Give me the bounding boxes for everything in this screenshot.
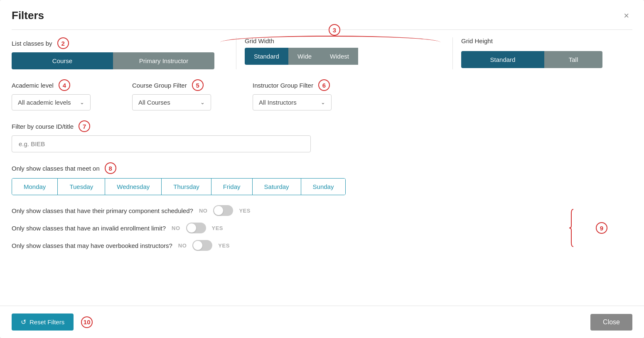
academic-level-label: Academic level 4 — [12, 79, 91, 91]
academic-level-text: Academic level — [12, 82, 54, 89]
academic-level-value: All academic levels — [18, 99, 71, 106]
annotation-10: 10 — [81, 316, 93, 328]
toggle-enrollment-slider — [186, 223, 206, 233]
grid-width-text: Grid Width — [245, 37, 274, 44]
toggle-primary-label: Only show classes that have their primar… — [12, 207, 193, 214]
row-days: Only show classes that meet on 8 Monday … — [12, 162, 632, 195]
course-group-filter-group: Course Group Filter 5 All Courses ⌄ — [132, 79, 211, 110]
grid-width-label: Grid Width — [245, 37, 431, 44]
course-group-label: Course Group Filter 5 — [132, 79, 211, 91]
toggle-overbooked-yes: YES — [218, 242, 230, 249]
list-classes-btn-group: Course Primary Instructor — [12, 52, 214, 69]
academic-level-group: Academic level 4 All academic levels ⌄ — [12, 79, 91, 110]
course-group-chevron: ⌄ — [200, 99, 205, 105]
days-label-text: Only show classes that meet on — [12, 165, 100, 172]
instructor-group-select[interactable]: All Instructors ⌄ — [253, 94, 332, 110]
list-classes-label: List classes by 2 — [12, 37, 214, 49]
wednesday-btn[interactable]: Wednesday — [105, 179, 162, 195]
modal-header: Filters × — [0, 0, 644, 22]
modal-body: List classes by 2 Course Primary Instruc… — [0, 22, 644, 306]
footer-left: ↺ Reset Filters 10 — [12, 314, 93, 331]
reset-filters-button[interactable]: ↺ Reset Filters — [12, 314, 74, 331]
reset-label: Reset Filters — [29, 318, 64, 326]
filters-modal: 3 Filters × List classes by 2 Course Pri… — [0, 0, 644, 338]
toggle-enrollment-switch[interactable] — [186, 223, 206, 233]
toggle-enrollment-label: Only show classes that have an invalid e… — [12, 225, 166, 232]
toggle-enrollment-yes: YES — [212, 225, 224, 231]
instructor-group-label: Instructor Group Filter 6 — [253, 79, 332, 91]
grid-width-standard-btn[interactable]: Standard — [245, 48, 288, 65]
grid-width-widest-btn[interactable]: Widest — [321, 48, 358, 65]
instructor-group-filter-group: Instructor Group Filter 6 All Instructor… — [253, 79, 332, 110]
toggle-overbooked: Only show classes that may have overbook… — [12, 240, 632, 251]
modal-footer: ↺ Reset Filters 10 Close — [0, 306, 644, 338]
modal-title: Filters — [12, 9, 44, 22]
course-id-input[interactable] — [12, 135, 311, 152]
grid-width-btn-group: Standard Wide Widest — [245, 48, 431, 65]
days-btn-group: Monday Tuesday Wednesday Thursday Friday… — [12, 178, 346, 195]
annotation-4: 4 — [59, 79, 70, 91]
annotation-7: 7 — [79, 120, 90, 132]
toggle-overbooked-slider — [192, 240, 212, 251]
reset-icon: ↺ — [21, 318, 26, 326]
toggle-enrollment-no: NO — [172, 225, 180, 231]
toggle-enrollment-limit: Only show classes that have an invalid e… — [12, 223, 632, 233]
annotation-6: 6 — [318, 79, 330, 91]
instructor-group-chevron: ⌄ — [321, 99, 325, 105]
close-icon-button[interactable]: × — [620, 10, 632, 22]
toggle-primary-no: NO — [199, 208, 208, 214]
list-classes-text: List classes by — [12, 40, 52, 47]
annotation-circle-3: 3 — [326, 24, 340, 36]
top-divider — [12, 29, 632, 30]
toggle-primary-switch[interactable] — [213, 205, 233, 216]
grid-height-text: Grid Height — [461, 37, 493, 44]
grid-height-section: Grid Height Standard Tall — [461, 37, 602, 69]
toggle-overbooked-switch[interactable] — [192, 240, 212, 251]
friday-btn[interactable]: Friday — [211, 179, 253, 195]
grid-height-btn-group: Standard Tall — [461, 51, 602, 68]
row-dropdowns: Academic level 4 All academic levels ⌄ C… — [12, 79, 632, 110]
monday-btn[interactable]: Monday — [12, 179, 58, 195]
list-classes-section: List classes by 2 Course Primary Instruc… — [12, 37, 228, 69]
grid-height-tall-btn[interactable]: Tall — [544, 51, 602, 68]
annotation-2: 2 — [57, 37, 69, 49]
grid-height-standard-btn[interactable]: Standard — [461, 51, 544, 68]
grid-width-section: Grid Width Standard Wide Widest — [245, 37, 444, 69]
thursday-btn[interactable]: Thursday — [162, 179, 211, 195]
academic-level-chevron: ⌄ — [80, 99, 84, 105]
course-btn[interactable]: Course — [12, 52, 113, 69]
course-id-label: Filter by course ID/title 7 — [12, 120, 632, 132]
toggle-overbooked-label: Only show classes that may have overbook… — [12, 242, 172, 249]
toggle-primary-slider — [213, 205, 233, 216]
academic-level-select[interactable]: All academic levels ⌄ — [12, 94, 91, 110]
divider-2 — [452, 37, 453, 69]
annotation-8: 8 — [105, 162, 116, 174]
annotation-5: 5 — [192, 79, 204, 91]
instructor-group-value: All Instructors — [259, 99, 297, 106]
divider-1 — [236, 37, 236, 69]
toggle-primary-component: Only show classes that have their primar… — [12, 205, 632, 216]
course-group-text: Course Group Filter — [132, 82, 187, 89]
toggle-primary-yes: YES — [239, 208, 251, 214]
row-toggles: Only show classes that have their primar… — [12, 205, 632, 251]
row-search: Filter by course ID/title 7 — [12, 120, 632, 152]
close-footer-button[interactable]: Close — [590, 314, 632, 331]
saturday-btn[interactable]: Saturday — [253, 179, 301, 195]
sunday-btn[interactable]: Sunday — [301, 179, 346, 195]
course-id-text: Filter by course ID/title — [12, 123, 74, 130]
grid-height-label: Grid Height — [461, 37, 602, 44]
grid-width-wide-btn[interactable]: Wide — [288, 48, 321, 65]
primary-instructor-btn[interactable]: Primary Instructor — [113, 52, 214, 69]
days-label: Only show classes that meet on 8 — [12, 162, 632, 174]
course-group-select[interactable]: All Courses ⌄ — [132, 94, 211, 110]
tuesday-btn[interactable]: Tuesday — [58, 179, 105, 195]
course-group-value: All Courses — [138, 99, 170, 106]
instructor-group-text: Instructor Group Filter — [253, 82, 313, 89]
toggle-overbooked-no: NO — [178, 242, 187, 249]
row-top-filters: List classes by 2 Course Primary Instruc… — [12, 37, 632, 69]
